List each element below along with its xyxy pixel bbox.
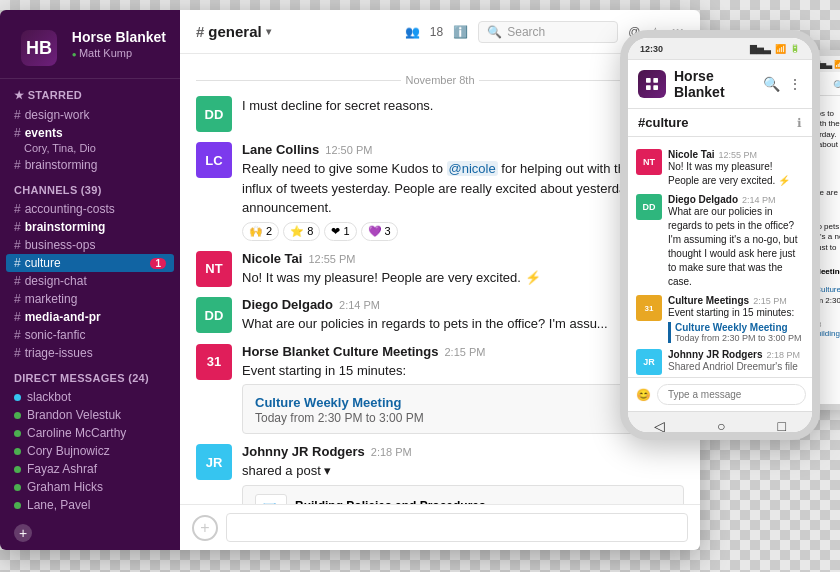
sidebar: HB Horse Blanket Matt Kump ★ STARRED # d… bbox=[0, 10, 180, 550]
message-content: Nicole Tai 12:55 PM No! It was my pleasu… bbox=[668, 149, 804, 188]
workspace-name: Horse Blanket bbox=[72, 29, 166, 45]
workspace-logo: HB bbox=[21, 30, 57, 66]
search-icon[interactable]: 🔍 bbox=[763, 76, 780, 92]
message-row: LC Lane Collins 12:50 PM Really need to … bbox=[196, 142, 684, 241]
message-input[interactable] bbox=[226, 513, 688, 542]
search-bar[interactable]: 🔍 Search bbox=[478, 21, 618, 43]
message-row: DD I must decline for secret reasons. bbox=[196, 96, 684, 132]
hash-icon: # bbox=[14, 220, 21, 234]
sidebar-item-business-ops[interactable]: # business-ops bbox=[0, 236, 180, 254]
sidebar-dm-brandon[interactable]: Brandon Velestuk bbox=[0, 406, 180, 424]
info-icon[interactable]: ℹ bbox=[797, 116, 802, 130]
timestamp: 12:50 PM bbox=[325, 144, 372, 156]
sidebar-dm-cory[interactable]: Cory Bujnowicz bbox=[0, 442, 180, 460]
info-icon[interactable]: ℹ️ bbox=[453, 25, 468, 39]
timestamp: 2:15 PM bbox=[445, 346, 486, 358]
message-content: Culture Meetings 2:15 PM Event starting … bbox=[668, 295, 804, 343]
message-header: Culture Meetings 2:15 PM bbox=[668, 295, 804, 306]
message-header: Johnny JR Rodgers 2:18 PM bbox=[668, 349, 804, 360]
status-dot bbox=[14, 502, 21, 509]
reaction[interactable]: 🙌 2 bbox=[242, 222, 279, 241]
sidebar-dm-slackbot[interactable]: slackbot bbox=[0, 388, 180, 406]
phone-message-input[interactable] bbox=[657, 384, 806, 405]
message-header: Diego Delgado 2:14 PM bbox=[242, 297, 684, 312]
avatar: DD bbox=[636, 194, 662, 220]
chevron-down-icon[interactable]: ▾ bbox=[266, 26, 271, 37]
sidebar-item-sonic-fanfic[interactable]: # sonic-fanfic bbox=[0, 326, 180, 344]
recents-button[interactable]: □ bbox=[778, 418, 786, 434]
sidebar-item-events[interactable]: # events bbox=[0, 124, 180, 142]
message-input-area: + bbox=[180, 504, 700, 550]
phone-container: 12:30 ▇▅▃ 📶 🔋 Horse Blanket 🔍 ⋮ bbox=[620, 30, 840, 460]
channels-label: CHANNELS (39) bbox=[0, 174, 180, 200]
message-content: Johnny JR Rodgers 2:18 PM shared a post … bbox=[242, 444, 684, 504]
sidebar-item-design-work[interactable]: # design-work bbox=[0, 106, 180, 124]
signal-icon: ▇▅▃ bbox=[750, 44, 771, 54]
phone-channel-name: #culture bbox=[638, 115, 689, 130]
svg-rect-2 bbox=[646, 85, 651, 90]
add-message-button[interactable]: + bbox=[192, 515, 218, 541]
sender-name: Horse Blanket Culture Meetings bbox=[242, 344, 439, 359]
more-icon[interactable]: ⋮ bbox=[788, 76, 802, 92]
phone-message: 31 Culture Meetings 2:15 PM Event starti… bbox=[636, 295, 804, 343]
message-header: Horse Blanket Culture Meetings 2:15 PM bbox=[242, 344, 684, 359]
sidebar-item-accounting-costs[interactable]: # accounting-costs bbox=[0, 200, 180, 218]
message-text: No! It was my pleasure! People are very … bbox=[668, 160, 804, 188]
sidebar-dm-fayaz[interactable]: Fayaz Ashraf bbox=[0, 460, 180, 478]
sidebar-dm-caroline[interactable]: Caroline McCarthy bbox=[0, 424, 180, 442]
sidebar-item-media-and-pr[interactable]: # media-and-pr bbox=[0, 308, 180, 326]
phone-nav: ◁ ○ □ bbox=[628, 411, 812, 439]
message-content: Lane Collins 12:50 PM Really need to giv… bbox=[242, 142, 684, 241]
slack-window: HB Horse Blanket Matt Kump ★ STARRED # d… bbox=[0, 10, 700, 550]
reactions: 🙌 2 ⭐ 8 ❤ 1 💜 3 bbox=[242, 222, 684, 241]
sidebar-item-culture[interactable]: # culture 1 bbox=[6, 254, 174, 272]
message-text: What are our policies in regards to pets… bbox=[668, 205, 804, 289]
timestamp: 2:18 PM bbox=[766, 350, 800, 360]
phone-message: DD Diego Delgado 2:14 PM What are our po… bbox=[636, 194, 804, 289]
sidebar-item-triage-issues[interactable]: # triage-issues bbox=[0, 344, 180, 362]
back-button[interactable]: ◁ bbox=[654, 418, 665, 434]
timestamp: 2:15 PM bbox=[753, 296, 787, 306]
sidebar-dm-graham[interactable]: Graham Hicks bbox=[0, 478, 180, 496]
send-icon[interactable]: ➤ bbox=[812, 388, 820, 402]
sidebar-item-brainstorming-starred[interactable]: # brainstorming bbox=[0, 156, 180, 174]
add-button[interactable]: + bbox=[14, 524, 32, 542]
sender-name: Johnny JR Rodgers bbox=[668, 349, 762, 360]
message-header: Nicole Tai 12:55 PM bbox=[242, 251, 684, 266]
sidebar-item-design-chat[interactable]: # design-chat bbox=[0, 272, 180, 290]
sidebar-header: HB Horse Blanket Matt Kump bbox=[0, 10, 180, 79]
home-button[interactable]: ○ bbox=[717, 418, 725, 434]
emoji-icon[interactable]: 😊 bbox=[636, 388, 651, 402]
channel-name: general bbox=[208, 23, 261, 40]
status-dot bbox=[14, 430, 21, 437]
sender-name: Diego Delgado bbox=[668, 194, 738, 205]
meeting-link[interactable]: Culture Weekly Meeting bbox=[255, 395, 401, 410]
svg-rect-3 bbox=[653, 85, 658, 90]
reaction[interactable]: ❤ 1 bbox=[324, 222, 356, 241]
sidebar-dm-mari[interactable]: Mari Ju bbox=[0, 514, 180, 516]
members-icon: 👥 bbox=[405, 25, 420, 39]
document-icon: 📄 bbox=[255, 494, 287, 505]
message-content: Diego Delgado 2:14 PM What are our polic… bbox=[242, 297, 684, 334]
sidebar-item-marketing[interactable]: # marketing bbox=[0, 290, 180, 308]
sidebar-item-brainstorming[interactable]: # brainstorming bbox=[0, 218, 180, 236]
sender-name: Nicole Tai bbox=[668, 149, 715, 160]
avatar: DD bbox=[196, 297, 232, 333]
meeting-link[interactable]: Culture Weekly Meeting bbox=[675, 322, 804, 333]
sender-name: Johnny JR Rodgers bbox=[242, 444, 365, 459]
message-header: Johnny JR Rodgers 2:18 PM bbox=[242, 444, 684, 459]
message-header: Diego Delgado 2:14 PM bbox=[668, 194, 804, 205]
sidebar-dm-lane[interactable]: Lane, Pavel bbox=[0, 496, 180, 514]
reaction[interactable]: 💜 3 bbox=[361, 222, 398, 241]
dm-label: DIRECT MESSAGES (24) bbox=[0, 362, 180, 388]
status-dot bbox=[14, 394, 21, 401]
phone-header-icons: 🔍 ⋮ bbox=[763, 76, 802, 92]
avatar: NT bbox=[636, 149, 662, 175]
events-subitems: Cory, Tina, Dio bbox=[0, 142, 180, 156]
reaction[interactable]: ⭐ 8 bbox=[283, 222, 320, 241]
message-text: Event starting in 15 minutes: bbox=[668, 306, 804, 320]
avatar: NT bbox=[196, 251, 232, 287]
meeting-time: Today from 2:30 PM to 3:00 PM bbox=[675, 333, 804, 343]
search-icon: 🔍 bbox=[487, 25, 502, 39]
message-text: shared a post ▾ bbox=[242, 461, 684, 481]
